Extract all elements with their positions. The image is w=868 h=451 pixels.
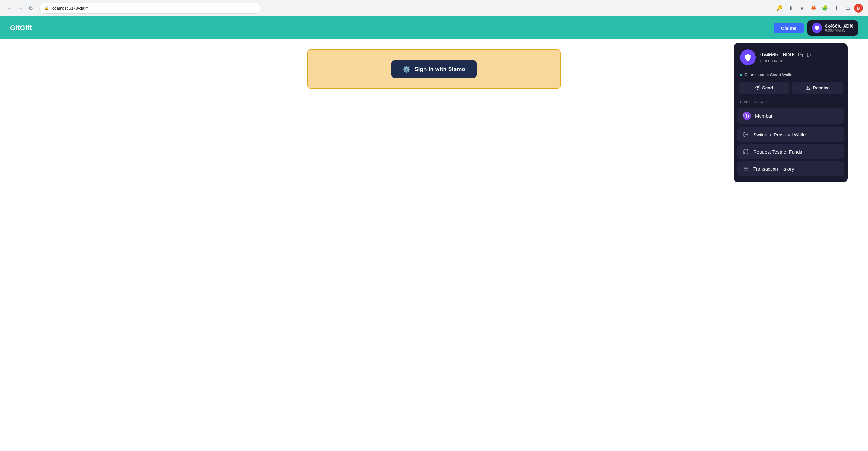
header-right: Claims 0x466b...6Df6 0.000 MATIC <box>774 20 858 35</box>
transaction-history-label: Transaction History <box>753 166 794 172</box>
lock-icon: 🔒 <box>44 6 49 10</box>
action-buttons: Send Receive <box>734 82 848 99</box>
wallet-icon-circle <box>812 23 822 33</box>
key-icon[interactable]: 🔑 <box>774 3 784 13</box>
svg-rect-0 <box>800 54 803 57</box>
wallet-dropdown-panel: 0x466b...6Df6 <box>734 43 848 182</box>
claims-button[interactable]: Claims <box>774 23 803 33</box>
receive-label: Receive <box>813 85 830 90</box>
connected-dot <box>740 73 742 76</box>
download-icon[interactable]: ⬇ <box>831 3 841 13</box>
dropdown-wallet-info: 0x466b...6Df6 <box>760 52 841 63</box>
send-label: Send <box>762 85 773 90</box>
network-item-mumbai[interactable]: Mumbai <box>737 108 844 124</box>
request-funds-icon <box>742 149 749 154</box>
dropdown-wallet-icon <box>740 50 756 65</box>
browser-chrome: ← → ⟳ 🔒 localhost:5173/claim 🔑 ⬆ ★ 🦊 🧩 ⬇… <box>0 0 868 17</box>
sign-in-sismo-button[interactable]: ⚙️ Sign in with Sismo <box>391 60 476 78</box>
nav-buttons: ← → ⟳ <box>5 4 35 13</box>
transaction-history-item[interactable]: Transaction History <box>737 161 844 176</box>
browser-actions: 🔑 ⬆ ★ 🦊 🧩 ⬇ ▭ B <box>774 3 863 13</box>
forward-button[interactable]: → <box>16 4 25 13</box>
receive-icon <box>805 85 810 90</box>
wallet-balance-header: 0.000 MATIC <box>825 29 854 32</box>
dropdown-address: 0x466b...6Df6 <box>760 52 795 58</box>
dropdown-header: 0x466b...6Df6 <box>734 43 848 70</box>
metamask-icon[interactable]: 🦊 <box>808 3 818 13</box>
sign-in-banner: ⚙️ Sign in with Sismo <box>307 50 561 89</box>
send-button[interactable]: Send <box>739 82 789 94</box>
url-text: localhost:5173/claim <box>51 6 89 10</box>
transaction-history-icon <box>742 166 749 172</box>
back-button[interactable]: ← <box>5 4 14 13</box>
bookmark-icon[interactable]: ★ <box>797 3 807 13</box>
share-icon[interactable]: ⬆ <box>785 3 796 13</box>
wallet-button[interactable]: 0x466b...6Df6 0.000 MATIC <box>807 20 858 35</box>
app-logo: GitGift <box>10 24 32 32</box>
switch-wallet-label: Switch to Personal Wallet <box>753 132 807 137</box>
connected-badge: Connected to Smart Wallet <box>734 70 848 82</box>
refresh-button[interactable]: ⟳ <box>27 4 35 13</box>
wallet-btn-info: 0x466b...6Df6 0.000 MATIC <box>825 24 854 32</box>
request-funds-item[interactable]: Request Testnet Funds <box>737 144 844 159</box>
switch-wallet-item[interactable]: Switch to Personal Wallet <box>737 127 844 142</box>
disconnect-button[interactable] <box>806 52 812 58</box>
send-icon <box>754 85 760 90</box>
mumbai-icon <box>742 111 751 120</box>
extensions-icon[interactable]: 🧩 <box>820 3 830 13</box>
switch-wallet-icon <box>742 131 749 137</box>
address-bar[interactable]: 🔒 localhost:5173/claim <box>39 3 261 13</box>
sign-in-label: Sign in with Sismo <box>414 66 465 72</box>
copy-address-button[interactable] <box>797 52 804 58</box>
dropdown-address-row: 0x466b...6Df6 <box>760 52 841 58</box>
current-network-label: Current Network <box>734 99 848 108</box>
sismo-icon: ⚙️ <box>403 65 410 73</box>
dropdown-shield-icon <box>744 53 752 62</box>
profile-avatar[interactable]: B <box>854 4 863 13</box>
wallet-area: 0x466b...6Df6 0.000 MATIC <box>807 20 858 35</box>
network-name: Mumbai <box>755 113 772 119</box>
receive-button[interactable]: Receive <box>792 82 843 94</box>
app-header: GitGift Claims 0x466b...6Df6 0.000 MATIC <box>0 17 868 39</box>
split-screen-icon[interactable]: ▭ <box>843 3 853 13</box>
request-funds-label: Request Testnet Funds <box>753 149 802 154</box>
shield-icon <box>814 25 820 31</box>
dropdown-balance: 0.000 MATIC <box>760 59 841 63</box>
wallet-address-header: 0x466b...6Df6 <box>825 24 854 29</box>
connected-label: Connected to Smart Wallet <box>744 72 794 77</box>
